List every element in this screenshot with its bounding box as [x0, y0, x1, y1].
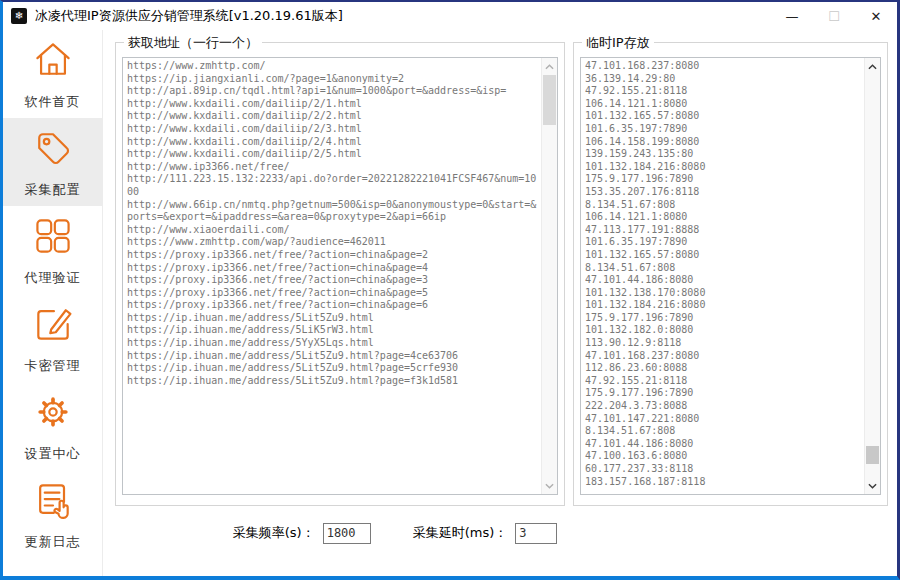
- delay-label: 采集延时(ms)：: [413, 524, 508, 542]
- url-list-scrollbar[interactable]: [541, 58, 557, 494]
- sidebar-item-proxy-verify[interactable]: 代理验证: [3, 206, 102, 294]
- maximize-button: ☐: [813, 2, 855, 30]
- scroll-up-icon[interactable]: [865, 59, 880, 74]
- sidebar-item-settings[interactable]: 设置中心: [3, 382, 102, 470]
- sidebar-item-home[interactable]: 软件首页: [3, 30, 102, 118]
- close-button[interactable]: ✕: [855, 2, 897, 30]
- temp-ip-group: 临时IP存放 47.101.168.237:8080 36.139.14.29:…: [573, 42, 888, 506]
- sidebar: 软件首页 采集配置 代理验证: [3, 30, 103, 576]
- ip-list-scrollbar[interactable]: [864, 58, 880, 494]
- scroll-down-icon[interactable]: [865, 478, 880, 493]
- sidebar-item-label: 软件首页: [25, 93, 81, 111]
- url-list-textarea[interactable]: https://www.zmhttp.com/ https://ip.jiang…: [122, 57, 558, 495]
- sidebar-item-label: 采集配置: [25, 181, 81, 199]
- title-bar: ❄ 冰凌代理IP资源供应分销管理系统[v1.20.19.61版本] — ☐ ✕: [3, 2, 897, 30]
- tag-icon: [31, 126, 75, 174]
- app-icon: ❄: [11, 8, 27, 24]
- delay-input[interactable]: [515, 523, 557, 544]
- fetch-address-group-title: 获取地址（一行一个）: [124, 34, 262, 52]
- minimize-button[interactable]: —: [771, 2, 813, 30]
- temp-ip-group-title: 临时IP存放: [582, 34, 654, 52]
- grid-icon: [31, 214, 75, 262]
- ip-list-content: 47.101.168.237:8080 36.139.14.29:80 47.9…: [585, 60, 861, 492]
- collect-settings-bar: 采集频率(s)： 采集延时(ms)：: [115, 521, 675, 545]
- sidebar-item-card-manage[interactable]: 卡密管理: [3, 294, 102, 382]
- app-window: ❄ 冰凌代理IP资源供应分销管理系统[v1.20.19.61版本] — ☐ ✕ …: [0, 0, 900, 580]
- ip-list-textarea[interactable]: 47.101.168.237:8080 36.139.14.29:80 47.9…: [580, 57, 881, 495]
- sidebar-item-changelog[interactable]: 更新日志: [3, 470, 102, 558]
- scroll-up-icon[interactable]: [542, 59, 557, 74]
- window-title: 冰凌代理IP资源供应分销管理系统[v1.20.19.61版本]: [35, 2, 343, 30]
- frequency-label: 采集频率(s)：: [233, 524, 315, 542]
- sidebar-item-label: 代理验证: [25, 269, 81, 287]
- scrollbar-thumb[interactable]: [543, 75, 556, 125]
- changelog-icon: [31, 478, 75, 526]
- sidebar-item-label: 更新日志: [25, 533, 81, 551]
- sidebar-item-label: 设置中心: [25, 445, 81, 463]
- scroll-down-icon[interactable]: [542, 478, 557, 493]
- fetch-address-group: 获取地址（一行一个） https://www.zmhttp.com/ https…: [115, 42, 565, 506]
- gear-icon: [31, 390, 75, 438]
- home-icon: [31, 38, 75, 86]
- edit-icon: [31, 302, 75, 350]
- sidebar-item-collect-config[interactable]: 采集配置: [3, 118, 102, 206]
- frequency-input[interactable]: [323, 523, 371, 544]
- url-list-content: https://www.zmhttp.com/ https://ip.jiang…: [127, 60, 538, 492]
- window-controls: — ☐ ✕: [771, 2, 897, 30]
- sidebar-item-label: 卡密管理: [25, 357, 81, 375]
- scrollbar-thumb[interactable]: [866, 446, 879, 464]
